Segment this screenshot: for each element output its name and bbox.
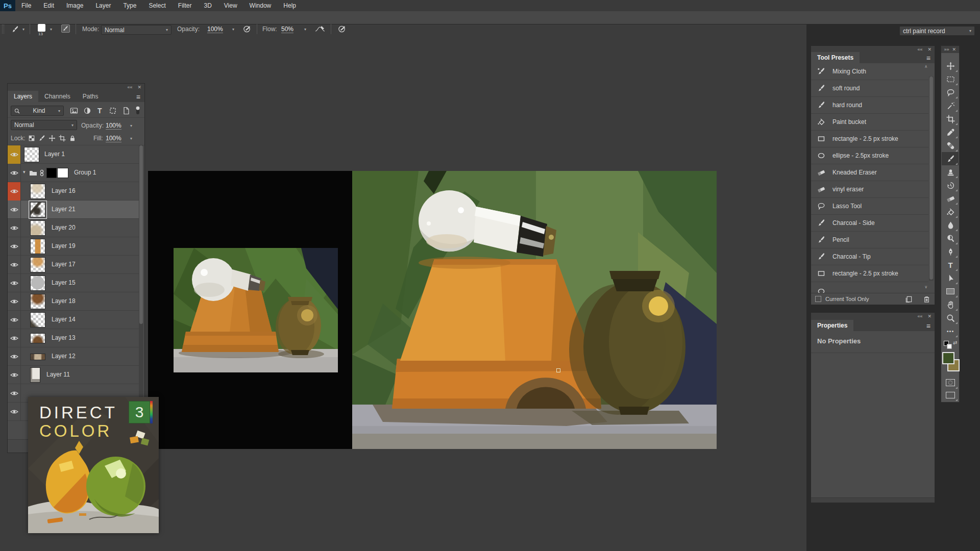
eye-icon[interactable]	[10, 354, 18, 360]
gradient-bucket-tool[interactable]	[944, 206, 957, 218]
filter-shape-layers-icon[interactable]	[109, 107, 117, 115]
eye-icon[interactable]	[10, 262, 18, 268]
group-row[interactable]: ▾ Group 1	[8, 164, 141, 182]
new-preset-icon[interactable]	[905, 295, 913, 303]
menu-image[interactable]: Image	[60, 0, 89, 11]
airbrush-flow-icon[interactable]	[338, 25, 347, 33]
eye-icon[interactable]	[10, 280, 18, 286]
lock-position-icon[interactable]	[48, 135, 56, 142]
healing-brush-tool[interactable]	[944, 139, 957, 152]
opacity-value[interactable]: 100%	[207, 26, 223, 33]
eraser-tool[interactable]	[944, 192, 957, 205]
preset-item[interactable]: ellipse - 2.5px stroke	[811, 147, 928, 164]
expand-panel-icon[interactable]: »»	[944, 47, 949, 52]
filter-adjustment-layers-icon[interactable]	[83, 107, 91, 115]
lasso-tool[interactable]	[944, 86, 957, 98]
close-panel-icon[interactable]: ✕	[137, 85, 141, 90]
layer-blend-mode-dropdown[interactable]: Normal▾	[11, 120, 77, 130]
lock-transparent-pixels-icon[interactable]	[28, 135, 35, 142]
menu-edit[interactable]: Edit	[37, 0, 60, 11]
filter-pixel-layers-icon[interactable]	[70, 107, 78, 115]
eye-icon[interactable]	[10, 152, 18, 158]
toggle-brush-panel-icon[interactable]	[61, 24, 70, 33]
tab-properties[interactable]: Properties	[811, 320, 853, 331]
eye-icon[interactable]	[10, 207, 18, 213]
collapse-panel-icon[interactable]: ««	[127, 85, 132, 90]
magic-wand-tool[interactable]	[944, 99, 957, 112]
group-disclosure-icon[interactable]: ▾	[23, 169, 26, 174]
collapse-panel-icon[interactable]: ««	[917, 47, 922, 52]
layer-thumbnail[interactable]	[30, 333, 45, 343]
layer-thumbnail[interactable]	[30, 184, 45, 199]
layer-row[interactable]: Layer 11	[8, 366, 141, 384]
crop-tool[interactable]	[944, 113, 957, 125]
layer-thumbnail[interactable]	[24, 147, 39, 162]
layer-thumbnail[interactable]	[30, 220, 45, 236]
clone-stamp-tool[interactable]	[944, 166, 957, 178]
eye-icon[interactable]	[10, 188, 18, 194]
fill-chevron[interactable]: ▾	[130, 136, 132, 141]
preset-item[interactable]: hard round	[811, 97, 928, 114]
marquee-tool[interactable]	[944, 73, 957, 85]
tab-paths[interactable]: Paths	[77, 91, 105, 102]
swap-colors-icon[interactable]: ⇄	[953, 340, 957, 345]
preset-item[interactable]: rectangle - 2.5 px stroke	[811, 265, 928, 282]
quick-mask-icon[interactable]	[944, 377, 957, 389]
layer-thumbnail[interactable]	[30, 294, 45, 309]
layer-row-selected[interactable]: Layer 21	[8, 201, 141, 219]
preset-item[interactable]: Pencil	[811, 232, 928, 248]
fill-value[interactable]: 100%	[106, 135, 121, 142]
menu-help[interactable]: Help	[277, 0, 302, 11]
menu-type[interactable]: Type	[117, 0, 142, 11]
layers-scrollbar[interactable]	[139, 145, 143, 421]
tab-channels[interactable]: Channels	[38, 91, 77, 102]
opacity-chevron[interactable]: ▾	[232, 27, 234, 32]
photoshop-logo[interactable]: Ps	[0, 0, 15, 11]
foreground-color-swatch[interactable]	[942, 352, 954, 364]
layer-row[interactable]: Layer 18	[8, 292, 141, 311]
eye-icon[interactable]	[10, 170, 18, 176]
panel-menu-icon[interactable]: ≡	[926, 54, 930, 62]
pen-tool[interactable]	[944, 245, 957, 258]
lock-image-pixels-icon[interactable]	[38, 135, 45, 142]
menu-file[interactable]: File	[15, 0, 37, 11]
layer-filter-dropdown[interactable]: Kind▾	[11, 106, 64, 116]
filter-smart-object-icon[interactable]	[122, 107, 130, 115]
menu-view[interactable]: View	[218, 0, 243, 11]
collapse-panel-icon[interactable]: ««	[917, 314, 922, 319]
layer-thumbnail[interactable]	[30, 202, 45, 217]
layer-thumbnail[interactable]	[30, 276, 45, 291]
close-panel-icon[interactable]: ✕	[952, 47, 956, 52]
blend-mode-dropdown[interactable]: Normal▾	[101, 25, 172, 35]
menu-filter[interactable]: Filter	[172, 0, 198, 11]
blur-tool[interactable]	[944, 219, 957, 231]
flow-chevron[interactable]: ▾	[304, 27, 306, 32]
layer-thumbnail[interactable]	[30, 354, 45, 360]
move-tool[interactable]	[944, 60, 957, 72]
menu-window[interactable]: Window	[243, 0, 278, 11]
layer-row[interactable]: Layer 12	[8, 347, 141, 366]
reference-image-canvas[interactable]	[148, 171, 352, 449]
menu-3d[interactable]: 3D	[198, 0, 217, 11]
preset-item[interactable]: Mixing Cloth	[811, 63, 928, 80]
layer-opacity-value[interactable]: 100%	[106, 122, 121, 130]
layer-thumbnail[interactable]	[30, 257, 45, 272]
brush-tool-icon[interactable]	[11, 26, 19, 33]
lock-all-icon[interactable]	[69, 135, 76, 142]
preset-item-partial[interactable]	[811, 282, 928, 294]
menu-layer[interactable]: Layer	[89, 0, 117, 11]
eye-icon[interactable]	[10, 390, 18, 396]
eye-icon[interactable]	[10, 298, 18, 305]
menu-select[interactable]: Select	[142, 0, 172, 11]
tool-preset-picker[interactable]: ctrl paint record▾	[899, 26, 975, 36]
tab-layers[interactable]: Layers	[8, 91, 38, 102]
shape-tool[interactable]	[944, 285, 957, 297]
group-mask-thumbnail[interactable]	[57, 168, 68, 178]
presets-scrollbar[interactable]	[929, 77, 934, 281]
panel-menu-icon[interactable]: ≡	[926, 322, 930, 330]
panel-menu-icon[interactable]: ≡	[136, 93, 140, 101]
filter-toggle-switch[interactable]	[135, 106, 140, 115]
edit-toolbar-icon[interactable]: •••	[944, 325, 957, 337]
options-grip[interactable]	[2, 24, 4, 34]
painting-canvas[interactable]	[352, 171, 717, 449]
